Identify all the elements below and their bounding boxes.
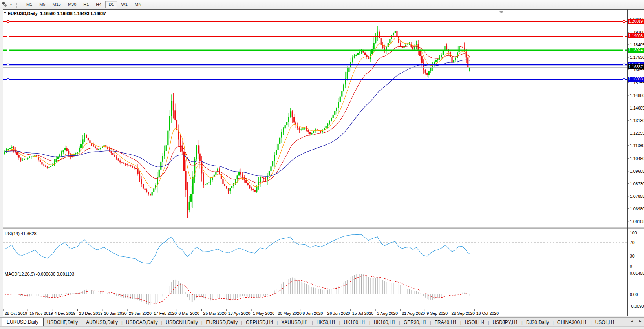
price-tick-label: 1.12255 <box>630 131 644 135</box>
bottom-tab-13[interactable]: USOil,H4 <box>461 318 488 327</box>
timeframe-button-w1[interactable]: W1 <box>118 1 131 8</box>
timeframe-button-d1[interactable]: D1 <box>105 1 117 8</box>
rsi-value: 41.3628 <box>21 231 37 236</box>
price-tick-label: 1.11380 <box>630 143 644 148</box>
date-label: 1 May 2020 <box>253 311 274 316</box>
date-label: 3 Aug 2020 <box>377 311 398 316</box>
date-label: 10 Jan 2020 <box>104 311 127 316</box>
date-label: 8 Jun 2020 <box>302 311 323 316</box>
date-label: 23 Dec 2019 <box>79 311 103 316</box>
timeframe-buttons: M1M5M15M30H1H4D1W1MN <box>23 1 145 8</box>
ohlc-close: 1.16837 <box>90 11 106 16</box>
timeframe-button-m15[interactable]: M15 <box>49 1 64 8</box>
timeframe-button-h4[interactable]: H4 <box>93 1 104 8</box>
date-label: 17 Feb 2020 <box>154 311 177 316</box>
price-tick-label: 1.10480 <box>630 156 644 161</box>
bottom-tab-10[interactable]: UK100,H1 <box>370 318 399 327</box>
price-tick-label: 1.09605 <box>630 169 644 174</box>
price-tick-label: 1.07855 <box>630 194 644 199</box>
date-axis[interactable]: 28 Oct 201915 Nov 20194 Dec 201923 Dec 2… <box>0 310 627 317</box>
bottom-tab-3[interactable]: USDCAD,Daily <box>123 318 161 327</box>
bottom-tab-12[interactable]: FRA40,H1 <box>431 318 460 327</box>
timeframe-button-mn[interactable]: MN <box>132 1 145 8</box>
price-tick-label: 1.18405 <box>630 42 644 47</box>
price-scale[interactable]: 1.201551.192801.184051.175301.166551.157… <box>628 9 644 309</box>
bottom-tab-1[interactable]: USDCHF,Daily <box>44 318 82 327</box>
price-tick-label: 1.06980 <box>630 207 644 211</box>
bottom-tab-9[interactable]: UK100,H1 <box>340 318 369 327</box>
level-price-label: 1.19008 <box>628 33 644 38</box>
date-label: 9 Sep 2020 <box>426 311 448 316</box>
date-label: 16 Oct 2020 <box>476 311 499 316</box>
bottom-tab-11[interactable]: GER30,H1 <box>400 318 430 327</box>
chart-plot-area[interactable] <box>3 16 627 227</box>
timeframe-button-m5[interactable]: M5 <box>36 1 48 8</box>
status-bar <box>0 326 644 329</box>
chart-symbol: EURUSD,Daily <box>8 11 38 16</box>
chart-menu-caret-icon[interactable]: ▼ <box>4 11 7 15</box>
date-label: 28 Oct 2019 <box>5 311 27 316</box>
bottom-tab-7[interactable]: XAUUSD,H1 <box>278 318 312 327</box>
bottom-tab-6[interactable]: GBPUSD,H4 <box>242 318 276 327</box>
date-label: 4 Dec 2019 <box>54 311 75 316</box>
date-label: 25 Mar 2020 <box>203 311 227 316</box>
macd-name: MACD(12,26,9) <box>5 272 35 276</box>
bottom-tab-4[interactable]: USDCNH,Daily <box>162 318 201 327</box>
ohlc-high: 1.16838 <box>57 11 73 16</box>
date-label: 13 Apr 2020 <box>228 311 251 316</box>
bottom-tab-16[interactable]: CHINA300,H1 <box>554 318 591 327</box>
date-label: 15 Nov 2019 <box>29 311 53 316</box>
ohlc-low: 1.16493 <box>74 11 90 16</box>
price-tick-label: 1.06105 <box>630 219 644 224</box>
bottom-tab-8[interactable]: HK50,H1 <box>313 318 339 327</box>
timeframe-button-m1[interactable]: M1 <box>23 1 35 8</box>
timeframe-toolbar: ▼ M1M5M15M30H1H4D1W1MN <box>0 0 644 9</box>
date-label: 29 Jan 2020 <box>129 311 152 316</box>
chart-title: EURUSD,Daily 1.16580 1.16838 1.16493 1.1… <box>8 11 106 16</box>
toolbar-separator <box>21 2 21 8</box>
date-label: 28 Sep 2020 <box>452 311 475 316</box>
timeframe-button-m30[interactable]: M30 <box>65 1 79 8</box>
date-label: 26 Jun 2020 <box>327 311 350 316</box>
level-price-label: 1.20019 <box>628 19 644 24</box>
ohlc-open: 1.16580 <box>40 11 56 16</box>
timeframe-button-h1[interactable]: H1 <box>80 1 92 8</box>
mt4-window: ▼ M1M5M15M30H1H4D1W1MN ▼ EURUSD,Daily 1.… <box>0 0 644 329</box>
toolbar-grip[interactable] <box>16 2 19 8</box>
level-price-label: 1.16837 <box>628 64 644 69</box>
date-label: 21 Aug 2020 <box>402 311 425 316</box>
rsi-label: RSI(14) 41.3628 <box>5 231 37 236</box>
date-label: 6 Mar 2020 <box>178 311 199 316</box>
date-label: 20 May 2020 <box>278 311 302 316</box>
price-tick-label: 1.14880 <box>630 93 644 98</box>
price-tick-label: 1.17530 <box>630 55 644 60</box>
rsi-name: RSI(14) <box>5 231 20 236</box>
date-label: 15 Jul 2020 <box>352 311 373 316</box>
bottom-tab-15[interactable]: DJ30,Daily <box>523 318 553 327</box>
price-tick-label: 1.08730 <box>630 181 644 186</box>
macd-label: MACD(12,26,9) -0.000600 0.001193 <box>5 272 74 276</box>
price-tick-label: 1.13130 <box>630 118 644 123</box>
bottom-tab-0[interactable]: EURUSD,Daily <box>2 318 44 327</box>
tab-scroll-arrows: ◄ ► <box>629 319 643 324</box>
macd-values: -0.000600 0.001193 <box>36 272 74 276</box>
tab-scroll-right-icon[interactable]: ► <box>637 319 643 324</box>
level-price-label: 1.18024 <box>628 48 644 53</box>
bottom-tab-2[interactable]: AUDUSD,Daily <box>82 318 121 327</box>
cursor-tool-icon[interactable] <box>2 2 9 8</box>
level-price-label: 1.16003 <box>628 77 644 82</box>
chart-tab-bar: EURUSD,DailyUSDCHF,Daily|AUDUSD,Daily|US… <box>0 317 644 327</box>
bottom-tab-14[interactable]: USDJPY,H1 <box>489 318 521 327</box>
chevron-down-icon[interactable]: ▼ <box>9 3 13 6</box>
bottom-tab-17[interactable]: USOil,H1 <box>592 318 618 327</box>
bottom-tab-5[interactable]: EURUSD,Daily <box>203 318 242 327</box>
tab-scroll-left-icon[interactable]: ◄ <box>629 319 635 324</box>
price-tick-label: 1.14005 <box>630 106 644 110</box>
